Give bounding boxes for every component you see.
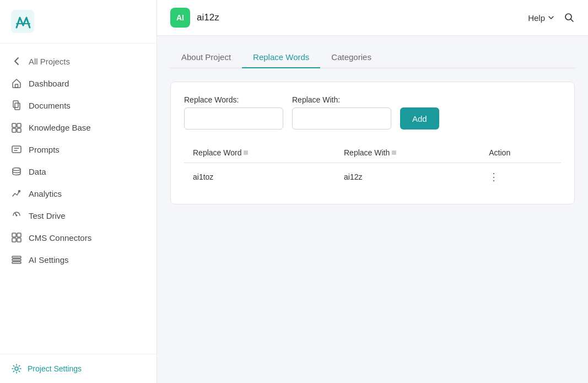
sidebar-item-test-drive[interactable]: Test Drive — [0, 204, 157, 226]
main-area: AI ai12z Help About Project Replace Word… — [157, 0, 588, 383]
svg-rect-6 — [12, 128, 16, 132]
sidebar-item-all-projects[interactable]: All Projects — [0, 50, 157, 72]
svg-rect-1 — [15, 84, 18, 88]
prompts-icon — [11, 144, 22, 155]
tab-about-project[interactable]: About Project — [170, 47, 242, 68]
sidebar: All Projects Dashboard Documents Knowled… — [0, 0, 157, 383]
documents-icon — [11, 100, 22, 111]
topbar-left: AI ai12z — [170, 8, 219, 28]
sidebar-nav: All Projects Dashboard Documents Knowled… — [0, 44, 157, 354]
main-content: About Project Replace Words Categories R… — [157, 36, 588, 383]
sidebar-item-dashboard[interactable]: Dashboard — [0, 72, 157, 94]
sidebar-item-knowledge-base[interactable]: Knowledge Base — [0, 116, 157, 138]
svg-rect-17 — [12, 259, 21, 261]
replace-words-group: Replace Words: — [184, 95, 283, 130]
topbar: AI ai12z Help — [157, 0, 588, 36]
col-header-replace-word: Replace Word — [184, 143, 335, 163]
svg-rect-8 — [12, 146, 21, 153]
chevron-down-icon — [547, 14, 555, 21]
replace-words-card: Replace Words: Replace With: Add Replace… — [170, 82, 575, 204]
sidebar-item-documents[interactable]: Documents — [0, 94, 157, 116]
svg-rect-16 — [12, 256, 21, 258]
back-arrow-icon — [11, 56, 22, 67]
resize-handle-replace-with[interactable] — [392, 150, 396, 155]
action-menu-button[interactable]: ⋮ — [489, 171, 499, 183]
project-settings-label: Project Settings — [28, 364, 82, 373]
project-name: ai12z — [197, 12, 219, 23]
table-row: ai1toz ai12z ⋮ — [184, 163, 561, 191]
tab-replace-words[interactable]: Replace Words — [242, 47, 320, 68]
table-header-row: Replace Word Replace With Action — [184, 143, 561, 163]
sidebar-footer: Project Settings — [0, 354, 157, 383]
knowledge-icon — [11, 122, 22, 133]
project-avatar: AI — [170, 8, 190, 28]
svg-point-19 — [15, 367, 18, 370]
nav-label-data: Data — [29, 167, 46, 176]
table-body: ai1toz ai12z ⋮ — [184, 163, 561, 191]
sidebar-item-data[interactable]: Data — [0, 160, 157, 182]
replace-with-label: Replace With: — [292, 95, 391, 104]
search-icon — [564, 12, 575, 23]
nav-label-knowledge-base: Knowledge Base — [29, 123, 91, 132]
svg-rect-12 — [12, 233, 16, 237]
replace-with-group: Replace With: — [292, 95, 391, 130]
replace-words-form: Replace Words: Replace With: Add — [184, 95, 561, 130]
cms-icon — [11, 232, 22, 243]
cell-replace-word: ai1toz — [184, 163, 335, 191]
sidebar-item-ai-settings[interactable]: AI Settings — [0, 249, 157, 271]
svg-rect-0 — [11, 10, 34, 33]
replace-words-table: Replace Word Replace With Action — [184, 143, 561, 191]
topbar-right: Help — [528, 12, 575, 23]
nav-label-prompts: Prompts — [29, 145, 60, 154]
test-drive-icon — [11, 210, 22, 221]
project-settings-link[interactable]: Project Settings — [11, 363, 145, 374]
svg-point-11 — [16, 215, 18, 217]
svg-rect-13 — [17, 233, 21, 237]
sidebar-item-cms-connectors[interactable]: CMS Connectors — [0, 226, 157, 249]
help-label: Help — [528, 13, 545, 23]
sidebar-logo — [0, 0, 157, 44]
sidebar-item-prompts[interactable]: Prompts — [0, 138, 157, 160]
help-button[interactable]: Help — [528, 13, 555, 23]
replace-words-label: Replace Words: — [184, 95, 283, 104]
svg-rect-7 — [17, 128, 21, 132]
cell-action: ⋮ — [480, 163, 561, 191]
ai-settings-icon — [11, 254, 22, 265]
svg-point-20 — [565, 14, 571, 20]
cell-replace-with: ai12z — [335, 163, 480, 191]
replace-words-input[interactable] — [184, 107, 283, 130]
svg-point-9 — [13, 168, 20, 171]
svg-rect-15 — [17, 238, 21, 242]
nav-label-all-projects: All Projects — [29, 57, 70, 66]
svg-rect-4 — [12, 123, 16, 127]
data-icon — [11, 166, 22, 177]
add-button[interactable]: Add — [400, 107, 439, 130]
sidebar-item-analytics[interactable]: Analytics — [0, 182, 157, 204]
svg-rect-14 — [12, 238, 16, 242]
nav-label-analytics: Analytics — [29, 189, 62, 198]
search-button[interactable] — [564, 12, 575, 23]
analytics-icon — [11, 188, 22, 199]
svg-rect-18 — [12, 262, 21, 263]
tab-bar: About Project Replace Words Categories — [170, 36, 575, 68]
gear-icon — [11, 363, 22, 374]
resize-handle-replace-word[interactable] — [244, 150, 248, 155]
home-icon — [11, 78, 22, 89]
nav-label-dashboard: Dashboard — [29, 79, 69, 88]
nav-label-test-drive: Test Drive — [29, 211, 66, 220]
ai12z-logo-icon — [11, 10, 34, 33]
col-header-action: Action — [480, 143, 561, 163]
col-header-replace-with: Replace With — [335, 143, 480, 163]
nav-label-cms-connectors: CMS Connectors — [29, 233, 91, 242]
replace-with-input[interactable] — [292, 107, 391, 130]
svg-rect-3 — [15, 103, 20, 110]
svg-rect-2 — [13, 101, 18, 107]
nav-label-ai-settings: AI Settings — [29, 255, 69, 265]
nav-label-documents: Documents — [29, 101, 71, 110]
tab-categories[interactable]: Categories — [320, 47, 382, 68]
svg-rect-5 — [17, 123, 21, 127]
